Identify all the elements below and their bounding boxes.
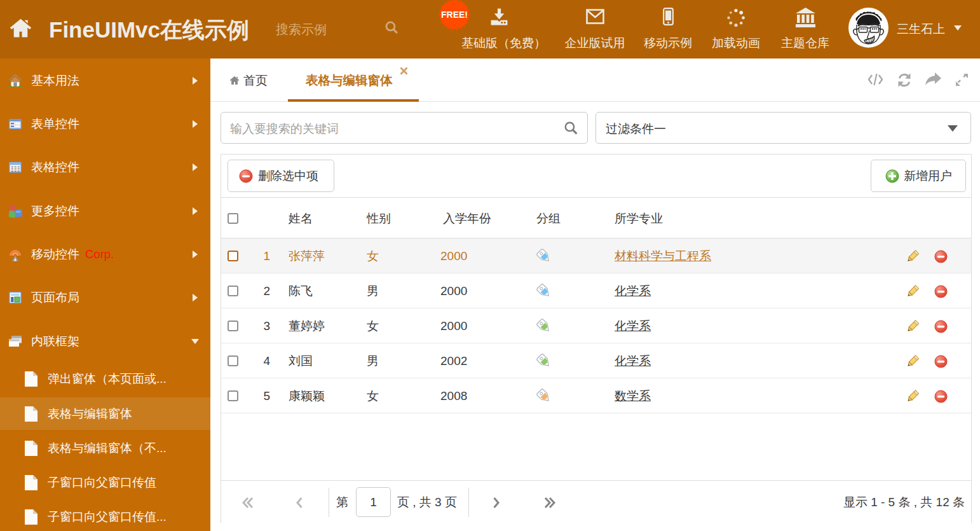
svg-text:FREE!: FREE! (441, 10, 468, 20)
